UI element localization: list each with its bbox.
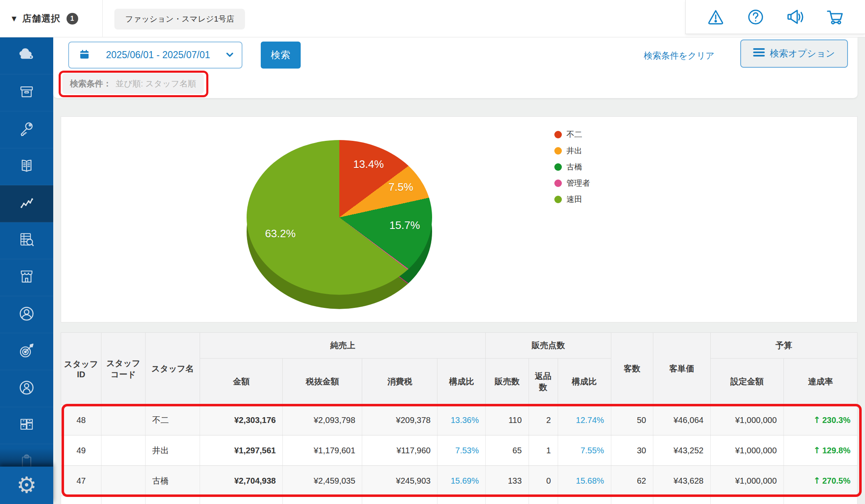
table-cell: ¥2,303,176	[200, 405, 283, 435]
search-panel: 2025/06/01 - 2025/07/01 検索 検索条件をクリア 検索オプ…	[53, 37, 858, 98]
clear-search-link[interactable]: 検索条件をクリア	[644, 50, 714, 61]
col-group-budget: 予算	[710, 333, 857, 359]
sidebar-item-customer[interactable]	[0, 370, 53, 407]
selected-store-chip[interactable]: ファッション・スマレジ1号店	[114, 9, 245, 30]
sales-chart-icon	[17, 193, 36, 214]
drawers-icon	[17, 415, 36, 435]
search-condition-value: 並び順: スタッフ名順	[116, 78, 196, 89]
table-cell	[200, 496, 283, 504]
sheet-search-icon	[17, 231, 36, 251]
table-cell	[486, 496, 529, 504]
table-cell: 13.36%	[437, 405, 486, 435]
table-cell: ¥2,704,938	[200, 466, 283, 496]
store-count-badge: 1	[67, 13, 78, 25]
legend-dot	[554, 163, 562, 171]
table-cell: ¥1,000,000	[710, 435, 783, 466]
sidebar-item-manual[interactable]	[0, 148, 53, 185]
col-header-sales-count: 販売数	[486, 359, 529, 405]
col-header-return-count: 返品数	[529, 359, 558, 405]
help-icon[interactable]	[746, 7, 766, 27]
sidebar-item-archive[interactable]	[0, 74, 53, 111]
cloud-icon	[17, 45, 36, 66]
search-options-button[interactable]: 検索オプション	[740, 39, 848, 68]
pie-chart	[247, 140, 432, 309]
table-cell	[710, 496, 783, 504]
table-cell: ¥1,179,601	[283, 435, 362, 466]
col-header-tax: 消費税	[362, 359, 437, 405]
col-header-amount: 金額	[200, 359, 283, 405]
store-icon	[17, 268, 36, 288]
legend-item: 速田	[554, 194, 590, 205]
table-cell: ↑230.3%	[783, 405, 857, 435]
up-arrow-icon: ↑	[813, 415, 821, 425]
col-header-staff-name: スタッフ名	[146, 333, 200, 405]
alert-icon[interactable]	[706, 7, 726, 27]
legend-dot	[554, 179, 562, 187]
sidebar-item-store[interactable]	[0, 259, 53, 296]
table-row-partial	[61, 496, 858, 504]
table-cell: 15.68%	[558, 466, 611, 496]
legend-label: 速田	[566, 194, 582, 205]
table-cell: ¥2,093,798	[283, 405, 362, 435]
sidebar-item-settings[interactable]: ⚙	[0, 467, 53, 504]
col-header-sales-ratio: 構成比	[437, 359, 486, 405]
legend-label: 井出	[566, 145, 582, 156]
table-cell: 不二	[146, 405, 200, 435]
topbar-divider	[102, 0, 103, 37]
staff-icon	[17, 304, 36, 325]
sidebar-item-staff[interactable]	[0, 296, 53, 333]
table-cell: 110	[486, 405, 529, 435]
table-cell: ¥1,000,000	[710, 405, 783, 435]
table-cell	[101, 405, 146, 435]
table-cell: ¥117,960	[362, 435, 437, 466]
customer-icon	[17, 378, 36, 399]
table-cell: 15.69%	[437, 466, 486, 496]
search-button[interactable]: 検索	[261, 42, 301, 69]
settings-gear-icon: ⚙	[17, 474, 37, 497]
table-cell	[653, 496, 710, 504]
table-row: 49井出¥1,297,561¥1,179,601¥117,9607.53%651…	[61, 435, 858, 466]
table-cell	[529, 496, 558, 504]
col-header-budget-amount: 設定金額	[710, 359, 783, 405]
col-group-net-sales: 純売上	[200, 333, 486, 359]
pie-top-layer	[247, 140, 432, 295]
legend-dot	[554, 147, 562, 155]
archive-box-icon	[17, 83, 36, 103]
cart-icon[interactable]	[825, 7, 845, 27]
announcement-icon[interactable]	[785, 7, 805, 27]
sidebar-item-budget-target[interactable]	[0, 333, 53, 370]
search-options-label: 検索オプション	[770, 47, 835, 60]
table-cell: 2	[529, 405, 558, 435]
table-cell	[101, 496, 146, 504]
store-select-label: 店舗選択	[22, 12, 61, 25]
search-condition-label: 検索条件：	[70, 78, 111, 89]
table-cell: 7.55%	[558, 435, 611, 466]
legend-label: 不二	[566, 129, 582, 140]
table-cell: ↑270.5%	[783, 466, 857, 496]
sidebar-item-sales-analytics[interactable]	[0, 185, 53, 222]
book-icon	[17, 156, 36, 177]
sidebar-item-storage[interactable]	[0, 407, 53, 444]
table-cell: 0	[529, 466, 558, 496]
table-cell: ¥2,459,035	[283, 466, 362, 496]
table-cell	[101, 435, 146, 466]
table-cell: 12.74%	[558, 405, 611, 435]
sidebar: ⚙	[0, 37, 53, 504]
app-root: ▼ 店舗選択 1 ファッション・スマレジ1号店	[0, 0, 865, 504]
sidebar-item-cloud[interactable]	[0, 37, 53, 74]
table-cell: 47	[61, 466, 101, 496]
topbar-icons-panel	[685, 0, 865, 34]
chart-panel: 13.4% 7.5% 15.7% 63.2% 不二井出古橋管理者速田	[61, 116, 858, 322]
sidebar-item-key[interactable]	[0, 111, 53, 148]
table-cell	[611, 496, 653, 504]
table-cell: 65	[486, 435, 529, 466]
staff-sales-table: スタッフID スタッフコード スタッフ名 純売上 販売点数 客数 客単価 予算 …	[61, 332, 858, 504]
legend-item: 管理者	[554, 178, 590, 189]
date-range-picker[interactable]: 2025/06/01 - 2025/07/01	[68, 42, 242, 69]
legend-item: 古橋	[554, 162, 590, 172]
col-header-avg-spend: 客単価	[653, 333, 710, 405]
up-arrow-icon: ↑	[813, 445, 821, 455]
store-select-dropdown[interactable]: ▼ 店舗選択 1	[12, 0, 78, 37]
sidebar-item-inventory-search[interactable]	[0, 222, 53, 259]
target-icon	[17, 341, 36, 362]
